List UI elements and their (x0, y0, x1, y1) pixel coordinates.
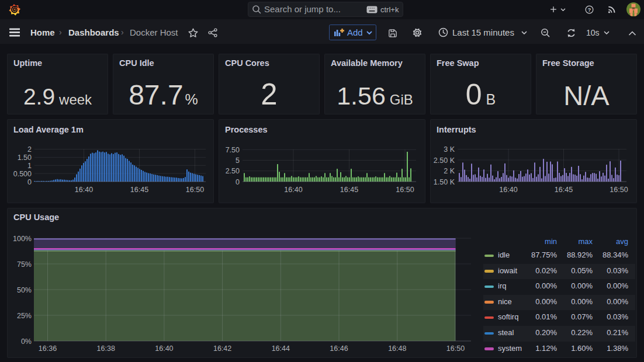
svg-text:0: 0 (236, 178, 240, 186)
svg-text:7.50: 7.50 (226, 146, 240, 154)
svg-text:2.50 K: 2.50 K (434, 156, 455, 165)
svg-text:1.50: 1.50 (18, 154, 32, 162)
svg-text:16:42: 16:42 (213, 344, 231, 353)
svg-text:0.500: 0.500 (13, 170, 32, 178)
svg-text:16:36: 16:36 (39, 344, 57, 353)
svg-text:16:50: 16:50 (446, 344, 465, 353)
svg-text:16:48: 16:48 (388, 344, 406, 353)
svg-text:16:38: 16:38 (97, 344, 115, 353)
svg-text:16:45: 16:45 (130, 186, 148, 194)
svg-text:16:45: 16:45 (555, 186, 573, 194)
svg-text:50%: 50% (17, 286, 32, 294)
svg-text:2.50: 2.50 (226, 167, 240, 175)
svg-text:0%: 0% (21, 337, 32, 346)
svg-text:16:50: 16:50 (610, 186, 628, 194)
svg-text:2: 2 (27, 145, 32, 154)
svg-text:75%: 75% (17, 260, 32, 269)
svg-text:1.50 K: 1.50 K (434, 178, 455, 186)
svg-text:0: 0 (27, 178, 32, 186)
svg-text:16:44: 16:44 (272, 344, 290, 353)
svg-text:?: ? (588, 7, 591, 13)
svg-text:100%: 100% (13, 235, 32, 243)
svg-text:16:40: 16:40 (75, 186, 93, 194)
svg-text:3 K: 3 K (444, 145, 455, 154)
svg-text:2 K: 2 K (444, 167, 455, 175)
svg-text:16:50: 16:50 (396, 186, 414, 194)
svg-text:16:40: 16:40 (155, 344, 173, 353)
svg-text:16:45: 16:45 (340, 186, 358, 194)
svg-text:16:46: 16:46 (330, 344, 348, 353)
svg-text:1: 1 (27, 162, 32, 170)
svg-text:5: 5 (236, 156, 240, 165)
svg-text:16:50: 16:50 (186, 186, 204, 194)
svg-text:25%: 25% (17, 312, 32, 320)
svg-text:16:40: 16:40 (284, 186, 302, 194)
svg-text:16:40: 16:40 (499, 186, 517, 194)
